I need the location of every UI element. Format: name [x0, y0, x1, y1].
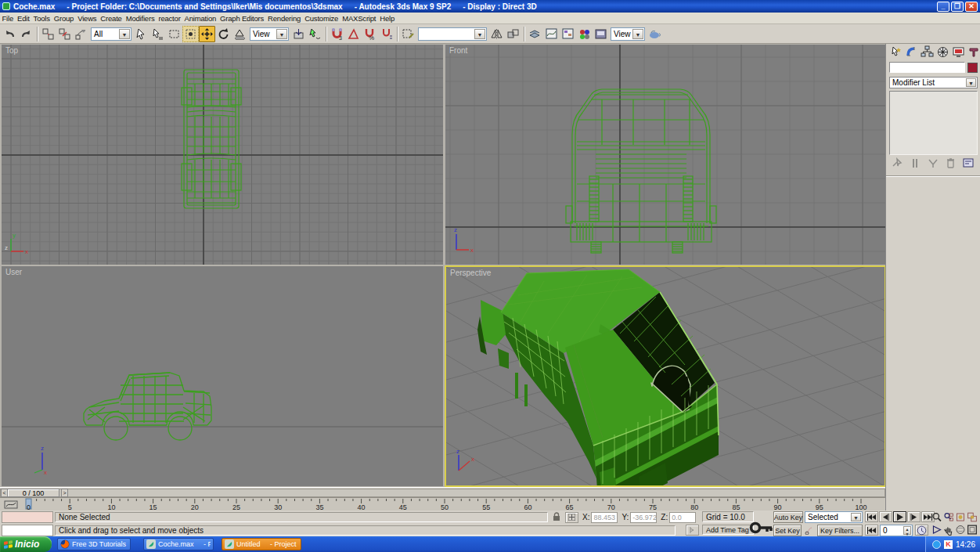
viewport-top[interactable]: zxy Top [2, 45, 443, 265]
display-tab[interactable] [952, 45, 965, 59]
viewport-top-label[interactable]: Top [5, 46, 18, 55]
maximize-viewport-toggle[interactable] [967, 524, 978, 536]
material-editor-icon[interactable] [576, 26, 593, 42]
select-object-icon[interactable] [133, 26, 150, 42]
time-slider-handle[interactable]: 0 / 100 [7, 489, 59, 497]
absolute-offset-toggle[interactable] [565, 512, 578, 523]
x-coordinate-field[interactable]: 88.453 [591, 512, 618, 523]
taskbar-task[interactable]: Untitled - Project ... [222, 538, 301, 550]
zoom-extents-button[interactable] [955, 511, 966, 523]
pan-button[interactable] [943, 524, 954, 536]
mirror-icon[interactable] [488, 26, 505, 42]
viewport-front[interactable]: zx Front [445, 45, 885, 265]
select-by-name-icon[interactable] [150, 26, 166, 42]
render-setup-icon[interactable] [593, 26, 609, 42]
maxscript-mini-listener-pink[interactable] [2, 511, 53, 523]
render-preset-select[interactable]: View▼ [611, 27, 645, 41]
time-tag-icon[interactable] [686, 525, 699, 536]
chevron-down-icon[interactable]: ▼ [966, 78, 976, 87]
zoom-extents-all-button[interactable] [967, 511, 978, 523]
modifier-stack[interactable] [889, 91, 978, 155]
tray-msn-icon[interactable] [932, 540, 941, 549]
menu-help[interactable]: Help [378, 14, 397, 23]
menu-rendering[interactable]: Rendering [266, 14, 303, 23]
selection-lock-icon[interactable] [553, 512, 560, 523]
selection-set-dropdown[interactable]: Selected▼ [805, 511, 863, 523]
y-coordinate-field[interactable]: -36.972 [630, 512, 657, 523]
viewport-user[interactable]: zx User [2, 266, 443, 486]
auto-key-button[interactable]: Auto Key [773, 511, 803, 523]
z-coordinate-field[interactable]: 0.0 [669, 512, 696, 523]
utilities-tab[interactable] [967, 45, 980, 59]
menu-maxscript[interactable]: MAXScript [340, 14, 378, 23]
viewport-user-label[interactable]: User [5, 268, 22, 276]
viewport-perspective-label[interactable]: Perspective [450, 269, 491, 277]
hierarchy-tab[interactable] [921, 45, 934, 59]
minimize-button[interactable]: _ [937, 2, 949, 12]
selection-filter-select[interactable]: All▼ [91, 27, 132, 41]
use-pivot-center-icon[interactable] [290, 26, 307, 42]
viewport-perspective[interactable]: zx Perspective [445, 265, 886, 487]
window-crossing-icon[interactable] [182, 26, 199, 42]
motion-tab[interactable] [936, 45, 949, 59]
chevron-down-icon[interactable]: ▼ [632, 29, 643, 39]
named-selection-sets-select[interactable]: ▼ [418, 27, 487, 41]
select-and-rotate-icon[interactable] [215, 26, 232, 42]
next-frame-button[interactable] [907, 511, 921, 522]
rectangular-selection-region-icon[interactable] [166, 26, 182, 42]
previous-frame-button[interactable] [879, 511, 892, 522]
curve-editor-icon[interactable] [543, 26, 560, 42]
start-button[interactable]: Inicio [0, 536, 52, 552]
reference-coordinate-select[interactable]: View▼ [250, 27, 289, 41]
quick-render-icon[interactable] [647, 26, 663, 42]
modifier-list-dropdown[interactable]: Modifier List ▼ [889, 77, 978, 88]
menu-tools[interactable]: Tools [31, 14, 52, 23]
menu-file[interactable]: File [0, 14, 16, 23]
remove-modifier-icon[interactable] [944, 157, 957, 171]
chevron-down-icon[interactable]: ▼ [474, 29, 485, 39]
bind-to-spacewarp-icon[interactable] [73, 26, 89, 42]
menu-animation[interactable]: Animation [182, 14, 218, 23]
maxscript-mini-listener-white[interactable] [2, 525, 53, 536]
menu-modifiers[interactable]: Modifiers [124, 14, 157, 23]
menu-group[interactable]: Group [52, 14, 75, 23]
configure-modifier-sets-icon[interactable] [962, 157, 975, 171]
edit-named-selection-sets-icon[interactable] [400, 26, 416, 42]
time-configuration-button[interactable] [915, 525, 928, 536]
add-time-tag[interactable]: Add Time Tag [702, 525, 754, 535]
restore-button[interactable]: ❐ [951, 2, 964, 12]
set-key-mode-icon[interactable] [805, 525, 816, 536]
set-keys-button[interactable] [748, 518, 773, 539]
taskbar-task[interactable]: Free 3D Tutorials & C... [57, 538, 131, 550]
zoom-button[interactable] [931, 511, 942, 523]
show-end-result-icon[interactable] [909, 157, 922, 171]
key-filters-button[interactable]: Key Filters... [817, 525, 863, 536]
align-icon[interactable] [505, 26, 521, 42]
select-and-move-icon[interactable] [199, 26, 215, 42]
menu-reactor[interactable]: reactor [157, 14, 182, 23]
make-unique-icon[interactable] [927, 157, 940, 171]
create-tab[interactable] [889, 45, 903, 59]
select-and-link-icon[interactable] [40, 26, 56, 42]
menu-edit[interactable]: Edit [16, 14, 32, 23]
select-and-scale-icon[interactable] [232, 26, 248, 42]
chevron-down-icon[interactable]: ▼ [276, 29, 287, 39]
key-mode-toggle[interactable] [865, 525, 878, 536]
close-button[interactable]: ✕ [965, 2, 978, 12]
modify-tab[interactable] [905, 45, 918, 59]
set-key-button[interactable]: Set Key [773, 525, 802, 536]
arc-rotate-button[interactable] [955, 524, 966, 536]
time-next-button[interactable]: > [61, 489, 68, 497]
object-color-swatch[interactable] [967, 63, 978, 73]
current-frame-field[interactable]: 0▲▼ [880, 525, 913, 536]
spinner-snap-icon[interactable] [378, 26, 395, 42]
undo-icon[interactable] [2, 26, 18, 42]
menu-graph-editors[interactable]: Graph Editors [218, 14, 266, 23]
redo-icon[interactable] [18, 26, 34, 42]
schematic-view-icon[interactable] [560, 26, 576, 42]
tray-antivirus-icon[interactable]: K [944, 540, 953, 549]
unlink-selection-icon[interactable] [56, 26, 73, 42]
menu-customize[interactable]: Customize [303, 14, 340, 23]
viewport-front-label[interactable]: Front [449, 46, 467, 55]
go-to-start-button[interactable] [865, 511, 878, 522]
